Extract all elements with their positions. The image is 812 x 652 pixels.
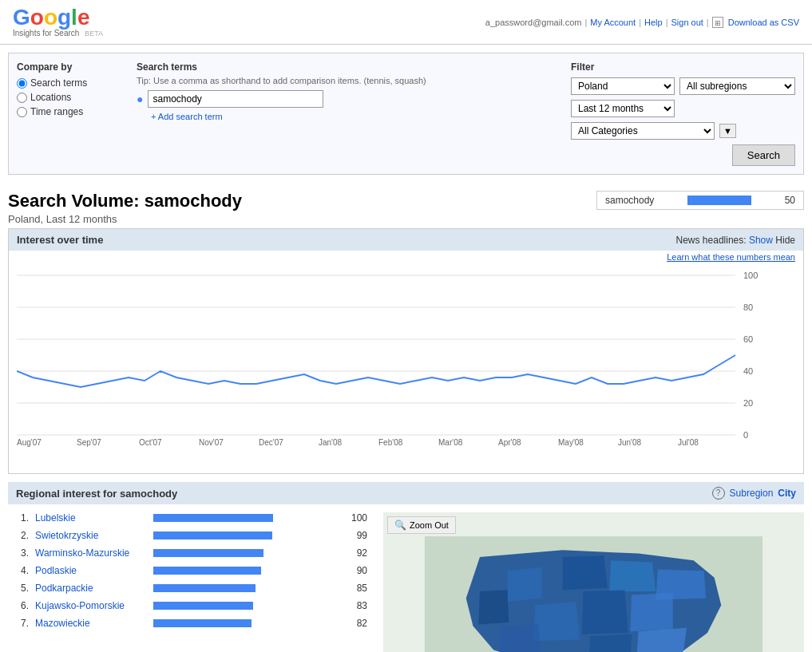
region-bar (153, 514, 273, 522)
sign-out-link[interactable]: Sign out (671, 18, 703, 27)
region-name[interactable]: Mazowieckie (35, 618, 147, 629)
region-value: 85 (343, 583, 367, 594)
region-name[interactable]: Swietokrzyskie (35, 530, 147, 541)
legend-term: samochody (605, 195, 654, 206)
region-bar (153, 584, 255, 592)
interest-title: Interest over time (17, 234, 103, 246)
svg-text:80: 80 (743, 302, 753, 312)
region-item: 4. Podlaskie 90 (16, 565, 367, 576)
poland-map-svg (383, 536, 804, 652)
learn-more-link[interactable]: Learn what these numbers mean (667, 252, 795, 262)
filter-label: Filter (571, 61, 795, 73)
results-title: Search Volume: samochody (8, 191, 242, 211)
svg-text:40: 40 (743, 366, 753, 376)
my-account-link[interactable]: My Account (590, 18, 636, 27)
svg-text:Aug'07: Aug'07 (17, 438, 42, 447)
region-bar-wrap (153, 602, 337, 610)
svg-text:Feb'08: Feb'08 (378, 438, 403, 447)
search-button[interactable]: Search (732, 144, 795, 166)
categories-select[interactable]: All Categories (571, 122, 715, 140)
legend-bar-blue (687, 196, 751, 205)
region-item: 1. Lubelskie 100 (16, 512, 367, 524)
region-item: 7. Mazowieckie 82 (16, 618, 367, 629)
logo-subtitle: Insights for Search BETA (13, 29, 103, 38)
svg-text:May'08: May'08 (558, 438, 584, 447)
region-item: 6. Kujawsko-Pomorskie 83 (16, 600, 367, 611)
city-link[interactable]: City (778, 488, 796, 499)
region-value: 92 (343, 547, 367, 559)
region-name[interactable]: Kujawsko-Pomorskie (35, 600, 147, 611)
regional-content: 1. Lubelskie 100 2. Swietokrzyskie 99 3.… (8, 504, 804, 652)
filter-section: Filter Poland All subregions Last 12 mon… (571, 61, 795, 166)
region-rank: 7. (16, 618, 29, 629)
search-terms-label: Search terms (137, 61, 555, 73)
info-icon[interactable]: ? (712, 487, 725, 500)
region-value: 99 (343, 530, 367, 541)
region-item: 5. Podkarpackie 85 (16, 583, 367, 594)
region-name[interactable]: Podkarpackie (35, 583, 147, 594)
svg-text:Apr'08: Apr'08 (498, 438, 521, 447)
news-toggle: News headlines: Show Hide (676, 235, 795, 246)
zoom-icon: 🔍 (394, 520, 406, 531)
search-term-row: ● (137, 90, 555, 108)
region-name[interactable]: Warminsko-Mazurskie (35, 547, 147, 559)
region-bar (153, 619, 252, 627)
google-logo: Google (13, 6, 103, 29)
radio-locations[interactable]: Locations (17, 92, 121, 103)
region-value: 90 (343, 565, 367, 576)
regional-header: Regional interest for samochody ? Subreg… (8, 482, 804, 504)
svg-text:0: 0 (743, 430, 748, 440)
add-search-term-link[interactable]: + Add search term (151, 112, 223, 121)
filter-categories-row: All Categories ▼ (571, 122, 795, 140)
subregion-select[interactable]: All subregions (679, 77, 795, 95)
radio-time-ranges[interactable]: Time ranges (17, 106, 121, 117)
download-csv-link[interactable]: Download as CSV (728, 18, 799, 27)
header: Google Insights for Search BETA a_passwo… (0, 0, 812, 45)
region-bar (153, 567, 261, 575)
region-rank: 3. (16, 547, 29, 559)
region-bar-wrap (153, 619, 337, 627)
interest-over-time-section: Interest over time News headlines: Show … (8, 228, 804, 474)
svg-text:Dec'07: Dec'07 (259, 438, 283, 447)
svg-text:20: 20 (743, 398, 753, 408)
categories-dropdown-btn[interactable]: ▼ (719, 124, 736, 138)
region-name[interactable]: Podlaskie (35, 565, 147, 576)
search-form: Compare by Search terms Locations Time r… (8, 53, 804, 175)
svg-text:Mar'08: Mar'08 (438, 438, 463, 447)
blue-dot-icon: ● (137, 93, 143, 105)
regional-list: 1. Lubelskie 100 2. Swietokrzyskie 99 3.… (8, 512, 375, 652)
search-btn-wrap: Search (571, 144, 795, 166)
svg-text:Jul'08: Jul'08 (678, 438, 699, 447)
region-rank: 4. (16, 565, 29, 576)
region-bar-wrap (153, 567, 337, 575)
search-term-input[interactable] (148, 90, 323, 108)
legend-bar: samochody 50 (596, 191, 804, 210)
filter-country-row: Poland All subregions (571, 77, 795, 95)
compare-by-section: Compare by Search terms Locations Time r… (17, 61, 121, 121)
search-tip: Tip: Use a comma as shorthand to add com… (137, 76, 555, 85)
help-link[interactable]: Help (644, 18, 663, 27)
header-nav: a_password@gmail.com | My Account | Help… (485, 17, 799, 28)
time-range-select[interactable]: Last 12 months (571, 100, 675, 117)
svg-text:Jun'08: Jun'08 (618, 438, 642, 447)
country-select[interactable]: Poland (571, 77, 675, 95)
interest-header: Interest over time News headlines: Show … (9, 229, 803, 251)
user-email: a_password@gmail.com (485, 18, 582, 27)
zoom-out-button[interactable]: 🔍 Zoom Out (387, 516, 456, 534)
region-name[interactable]: Lubelskie (35, 512, 147, 524)
svg-text:Jan'08: Jan'08 (319, 438, 343, 447)
region-rank: 2. (16, 530, 29, 541)
region-value: 100 (343, 512, 367, 524)
region-bar (153, 531, 272, 539)
results-header: Search Volume: samochody Poland, Last 12… (0, 183, 812, 228)
map-area: 🔍 Zoom Out (383, 512, 804, 652)
chart-container: 100 80 60 40 20 0 Aug'07 Sep'07 Oct'07 N… (9, 263, 803, 473)
subregion-link[interactable]: Subregion (730, 488, 774, 499)
svg-text:Oct'07: Oct'07 (139, 438, 162, 447)
news-show-link[interactable]: Show (749, 235, 773, 246)
legend-value: 50 (785, 195, 795, 206)
download-icon: ⊞ (712, 17, 723, 28)
radio-search-terms[interactable]: Search terms (17, 77, 121, 89)
svg-text:Nov'07: Nov'07 (199, 438, 224, 447)
region-bar-wrap (153, 514, 337, 522)
